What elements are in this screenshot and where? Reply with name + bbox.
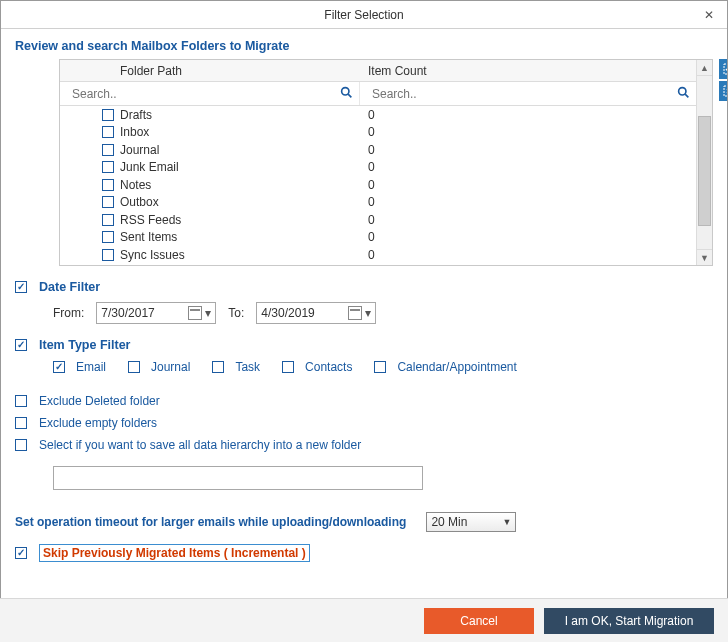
item-count: 0: [360, 195, 696, 209]
folder-name: RSS Feeds: [120, 213, 181, 227]
table-row[interactable]: Notes0: [60, 176, 696, 194]
chevron-down-icon: ▾: [365, 306, 371, 320]
item-count: 0: [360, 108, 696, 122]
date-filter-toggle[interactable]: Date Filter: [15, 280, 713, 294]
save-hierarchy-checkbox[interactable]: [15, 439, 27, 451]
table-row[interactable]: Journal0: [60, 141, 696, 159]
timeout-value: 20 Min: [431, 515, 467, 529]
item-type-checkbox[interactable]: [374, 361, 386, 373]
item-type-label: Task: [235, 360, 260, 374]
row-checkbox[interactable]: [102, 249, 114, 261]
exclude-deleted-toggle[interactable]: Exclude Deleted folder: [15, 394, 713, 408]
table-row[interactable]: Sent Items0: [60, 229, 696, 247]
item-count: 0: [360, 213, 696, 227]
vertical-scrollbar[interactable]: ▲ ▼: [696, 60, 712, 265]
table-row[interactable]: Sync Issues\Conflicts0: [60, 264, 696, 266]
svg-rect-5: [724, 86, 728, 96]
new-folder-input[interactable]: [53, 466, 423, 490]
item-type-label: Journal: [151, 360, 190, 374]
scroll-down-icon[interactable]: ▼: [697, 249, 712, 265]
item-type-checkbox[interactable]: [53, 361, 65, 373]
timeout-label: Set operation timeout for larger emails …: [15, 515, 406, 529]
item-type-filter-checkbox[interactable]: [15, 339, 27, 351]
table-search-row: [60, 82, 696, 106]
window-title: Filter Selection: [324, 8, 403, 22]
table-row[interactable]: Outbox0: [60, 194, 696, 212]
item-count: 0: [360, 143, 696, 157]
item-count: 0: [360, 248, 696, 262]
save-hierarchy-toggle[interactable]: Select if you want to save all data hier…: [15, 438, 713, 452]
row-checkbox[interactable]: [102, 214, 114, 226]
folder-name: Inbox: [120, 125, 149, 139]
row-checkbox[interactable]: [102, 109, 114, 121]
item-type-option[interactable]: Contacts: [282, 360, 352, 374]
folder-name: Drafts: [120, 108, 152, 122]
table-row[interactable]: Sync Issues0: [60, 246, 696, 264]
select-all-button[interactable]: [719, 59, 728, 79]
folder-name: Journal: [120, 143, 159, 157]
item-type-label: Contacts: [305, 360, 352, 374]
exclude-empty-toggle[interactable]: Exclude empty folders: [15, 416, 713, 430]
item-type-checkbox[interactable]: [128, 361, 140, 373]
close-icon[interactable]: ✕: [699, 5, 719, 25]
search-folder-path-input[interactable]: [66, 85, 359, 103]
item-count: 0: [360, 230, 696, 244]
exclude-empty-checkbox[interactable]: [15, 417, 27, 429]
table-row[interactable]: RSS Feeds0: [60, 211, 696, 229]
page-heading: Review and search Mailbox Folders to Mig…: [15, 39, 713, 53]
item-type-label: Email: [76, 360, 106, 374]
folder-name: Notes: [120, 178, 151, 192]
date-filter-checkbox[interactable]: [15, 281, 27, 293]
folder-table: Folder Path Item Count: [59, 59, 713, 266]
from-label: From:: [53, 306, 84, 320]
from-date-input[interactable]: 7/30/2017 ▾: [96, 302, 216, 324]
titlebar: Filter Selection ✕: [1, 1, 727, 29]
table-row[interactable]: Drafts0: [60, 106, 696, 124]
exclude-empty-label: Exclude empty folders: [39, 416, 157, 430]
item-type-checkbox[interactable]: [212, 361, 224, 373]
scroll-thumb[interactable]: [698, 116, 711, 226]
row-checkbox[interactable]: [102, 144, 114, 156]
footer: Cancel I am OK, Start Migration: [0, 598, 728, 642]
folder-name: Outbox: [120, 195, 159, 209]
item-type-label: Calendar/Appointment: [397, 360, 516, 374]
row-checkbox[interactable]: [102, 161, 114, 173]
to-label: To:: [228, 306, 244, 320]
row-checkbox[interactable]: [102, 126, 114, 138]
scroll-up-icon[interactable]: ▲: [697, 60, 712, 76]
date-filter-label: Date Filter: [39, 280, 100, 294]
header-item-count[interactable]: Item Count: [360, 64, 696, 78]
item-type-option[interactable]: Email: [53, 360, 106, 374]
item-type-checkbox[interactable]: [282, 361, 294, 373]
item-type-option[interactable]: Calendar/Appointment: [374, 360, 516, 374]
header-folder-path[interactable]: Folder Path: [60, 64, 360, 78]
calendar-icon: [188, 306, 202, 320]
skip-migrated-toggle[interactable]: Skip Previously Migrated Items ( Increme…: [15, 544, 713, 562]
cancel-button[interactable]: Cancel: [424, 608, 534, 634]
item-type-filter-label: Item Type Filter: [39, 338, 130, 352]
row-checkbox[interactable]: [102, 196, 114, 208]
chevron-down-icon: ▼: [502, 517, 511, 527]
table-header-row: Folder Path Item Count: [60, 60, 696, 82]
item-type-option[interactable]: Task: [212, 360, 260, 374]
to-date-value: 4/30/2019: [261, 306, 314, 320]
search-item-count-input[interactable]: [366, 85, 696, 103]
exclude-deleted-checkbox[interactable]: [15, 395, 27, 407]
row-checkbox[interactable]: [102, 231, 114, 243]
to-date-input[interactable]: 4/30/2019 ▾: [256, 302, 376, 324]
table-row[interactable]: Junk Email0: [60, 159, 696, 177]
folder-name: Sent Items: [120, 230, 177, 244]
skip-migrated-checkbox[interactable]: [15, 547, 27, 559]
start-migration-button[interactable]: I am OK, Start Migration: [544, 608, 714, 634]
timeout-select[interactable]: 20 Min ▼: [426, 512, 516, 532]
item-count: 0: [360, 125, 696, 139]
item-count: 0: [360, 160, 696, 174]
row-checkbox[interactable]: [102, 179, 114, 191]
item-type-option[interactable]: Journal: [128, 360, 190, 374]
item-type-filter-toggle[interactable]: Item Type Filter: [15, 338, 713, 352]
deselect-all-button[interactable]: [719, 81, 728, 101]
calendar-icon: [348, 306, 362, 320]
chevron-down-icon: ▾: [205, 306, 211, 320]
table-row[interactable]: Inbox0: [60, 124, 696, 142]
item-count: 0: [360, 178, 696, 192]
